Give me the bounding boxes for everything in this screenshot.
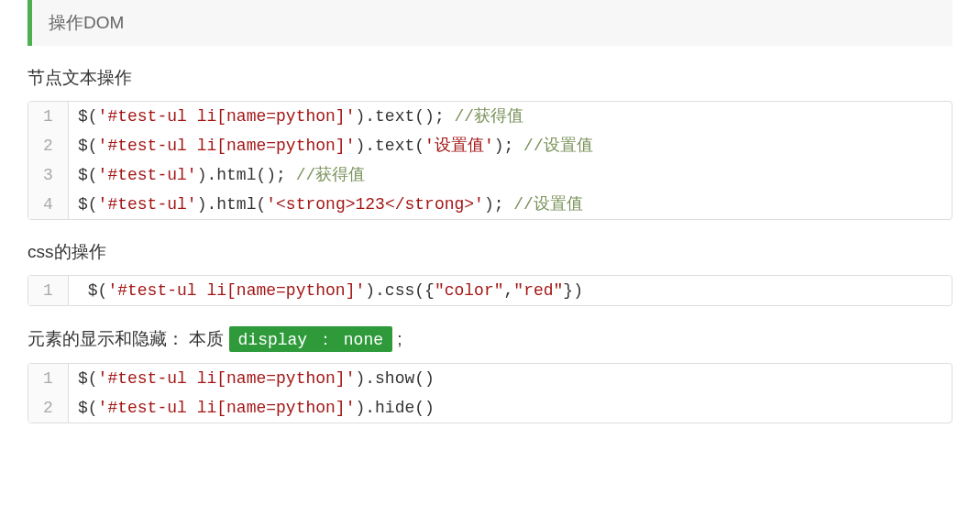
token-fn: ).html( bbox=[197, 195, 267, 214]
token-fn: ); bbox=[484, 195, 513, 214]
token-fn: ).show() bbox=[355, 369, 434, 388]
code-content: $('#test-ul').html('<strong>123</strong>… bbox=[69, 190, 592, 219]
inline-code-badge: display ： none bbox=[229, 326, 392, 352]
token-fn: , bbox=[504, 281, 514, 300]
token-str: '#test-ul li[name=python]' bbox=[98, 107, 356, 126]
token-fn: $( bbox=[78, 195, 98, 214]
token-str: '<strong>123</strong>' bbox=[266, 195, 484, 214]
token-str: '#test-ul' bbox=[98, 195, 197, 214]
blockquote: 操作DOM bbox=[28, 0, 952, 46]
token-fn: $( bbox=[78, 166, 98, 184]
token-fn: ).html(); bbox=[197, 166, 296, 184]
code-line: 1 $('#test-ul li[name=python]').css({"co… bbox=[28, 276, 952, 305]
code-content: $('#test-ul').html(); //获得值 bbox=[69, 160, 374, 190]
token-str: '#test-ul li[name=python]' bbox=[98, 137, 356, 155]
code-block-2: 1 $('#test-ul li[name=python]').css({"co… bbox=[28, 275, 952, 306]
section3-text-before: 元素的显示和隐藏： 本质 bbox=[28, 329, 229, 348]
code-content: $('#test-ul li[name=python]').text('设置值'… bbox=[69, 131, 602, 160]
line-number: 1 bbox=[28, 364, 69, 393]
line-number: 3 bbox=[28, 160, 69, 190]
line-number: 4 bbox=[28, 190, 69, 219]
line-number: 2 bbox=[28, 131, 69, 160]
section-heading-1: 节点文本操作 bbox=[28, 66, 952, 90]
code-line: 2$('#test-ul li[name=python]').hide() bbox=[28, 393, 952, 423]
token-fn: }) bbox=[563, 281, 583, 300]
token-str: '设置值' bbox=[424, 137, 494, 155]
section3-text-after: ; bbox=[397, 329, 402, 348]
line-number: 1 bbox=[28, 276, 69, 305]
code-line: 3$('#test-ul').html(); //获得值 bbox=[28, 160, 952, 190]
code-line: 1$('#test-ul li[name=python]').show() bbox=[28, 364, 952, 393]
token-fn: $( bbox=[78, 399, 98, 417]
token-cmt: //获得值 bbox=[455, 107, 524, 126]
token-fn: $( bbox=[78, 369, 98, 388]
code-block-1: 1$('#test-ul li[name=python]').text(); /… bbox=[28, 101, 952, 220]
code-content: $('#test-ul li[name=python]').hide() bbox=[69, 393, 444, 423]
token-str: "color" bbox=[435, 281, 504, 300]
line-number: 1 bbox=[28, 102, 69, 131]
token-fn: $( bbox=[78, 137, 98, 155]
code-content: $('#test-ul li[name=python]').css({"colo… bbox=[69, 276, 592, 305]
code-line: 1$('#test-ul li[name=python]').text(); /… bbox=[28, 102, 952, 131]
token-str: '#test-ul li[name=python]' bbox=[98, 399, 356, 417]
token-cmt: //设置值 bbox=[513, 195, 583, 214]
token-fn: ).css({ bbox=[365, 281, 435, 300]
code-content: $('#test-ul li[name=python]').show() bbox=[69, 364, 444, 393]
token-fn: ).text(); bbox=[355, 107, 454, 126]
token-fn: ).text( bbox=[355, 137, 424, 155]
code-content: $('#test-ul li[name=python]').text(); //… bbox=[69, 102, 533, 131]
section-heading-3: 元素的显示和隐藏： 本质 display ： none ; bbox=[28, 326, 952, 352]
token-str: '#test-ul' bbox=[98, 166, 197, 184]
blockquote-text: 操作DOM bbox=[49, 13, 124, 32]
code-line: 2$('#test-ul li[name=python]').text('设置值… bbox=[28, 131, 952, 160]
token-cmt: //获得值 bbox=[296, 166, 366, 184]
token-str: '#test-ul li[name=python]' bbox=[107, 281, 365, 300]
line-number: 2 bbox=[28, 393, 69, 423]
token-fn: $( bbox=[78, 281, 107, 300]
token-fn: ); bbox=[494, 137, 523, 155]
token-fn: ).hide() bbox=[355, 399, 434, 417]
token-cmt: //设置值 bbox=[523, 137, 593, 155]
section-heading-2: css的操作 bbox=[28, 240, 952, 264]
token-fn: $( bbox=[78, 107, 98, 126]
token-str: "red" bbox=[513, 281, 563, 300]
code-line: 4$('#test-ul').html('<strong>123</strong… bbox=[28, 190, 952, 219]
token-str: '#test-ul li[name=python]' bbox=[98, 369, 356, 388]
code-block-3: 1$('#test-ul li[name=python]').show()2$(… bbox=[28, 363, 952, 423]
